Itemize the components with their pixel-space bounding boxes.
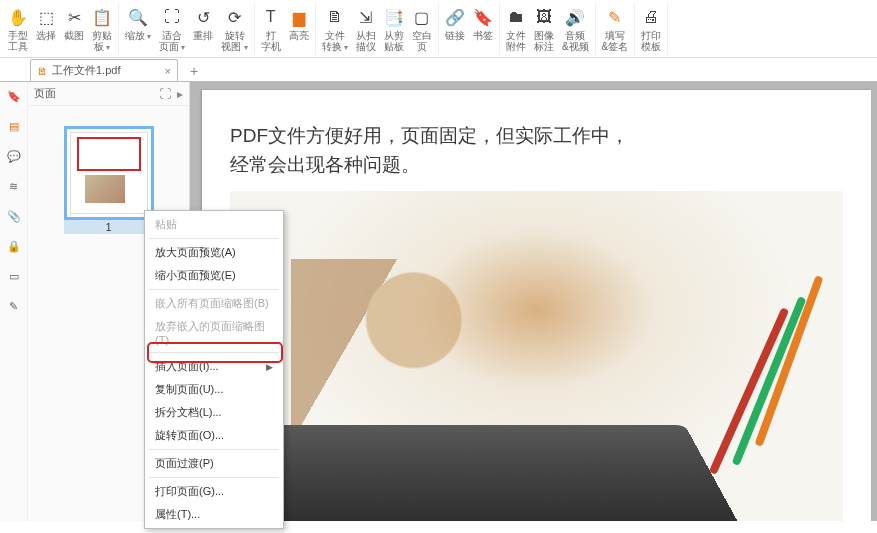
tool-0[interactable]: ✋手型 工具 xyxy=(4,4,32,55)
tool-20[interactable]: 🖨打印 模板 xyxy=(637,4,665,55)
security-icon[interactable]: 🔒 xyxy=(6,238,22,254)
doc-text: PDF文件方便好用，页面固定，但实际工作中， 经常会出现各种问题。 xyxy=(230,122,843,179)
tool-18[interactable]: 🔊音频 &视频 xyxy=(558,4,593,55)
collapse-icon[interactable]: ▸ xyxy=(177,87,183,101)
menu-copy-page[interactable]: 复制页面(U)... xyxy=(145,378,283,401)
tool-9-icon: ▆ xyxy=(293,6,305,28)
menu-paste: 粘贴 xyxy=(145,213,283,236)
tool-13-label: 空白 页 xyxy=(412,30,432,52)
tool-14[interactable]: 🔗链接 xyxy=(441,4,469,55)
tool-17-icon: 🖼 xyxy=(536,6,552,28)
tool-6-label: 重排 xyxy=(193,30,213,41)
menu-zoom-in[interactable]: 放大页面预览(A) xyxy=(145,241,283,264)
tab-document[interactable]: 🗎 工作文件1.pdf × xyxy=(30,59,178,81)
tool-16[interactable]: 🖿文件 附件 xyxy=(502,4,530,55)
menu-discard: 放弃嵌入的页面缩略图(T) xyxy=(145,315,283,350)
menu-split-doc[interactable]: 拆分文档(L)... xyxy=(145,401,283,424)
tool-7[interactable]: ⟳旋转 视图 ▾ xyxy=(217,4,251,55)
menu-print-page[interactable]: 打印页面(G)... xyxy=(145,480,283,503)
tool-7-label: 旋转 视图 ▾ xyxy=(221,30,247,53)
tool-16-label: 文件 附件 xyxy=(506,30,526,52)
main-toolbar: ✋手型 工具⬚选择✂截图📋剪贴 板 ▾🔍缩放 ▾⛶适合 页面 ▾↺重排⟳旋转 视… xyxy=(0,0,877,58)
menu-zoom-out[interactable]: 缩小页面预览(E) xyxy=(145,264,283,287)
tool-18-icon: 🔊 xyxy=(565,6,585,28)
menu-rotate-page[interactable]: 旋转页面(O)... xyxy=(145,424,283,447)
tool-13-icon: ▢ xyxy=(414,6,429,28)
form-icon[interactable]: ▭ xyxy=(6,268,22,284)
menu-embed-all: 嵌入所有页面缩略图(B) xyxy=(145,292,283,315)
tool-10[interactable]: 🗎文件 转换 ▾ xyxy=(318,4,352,55)
tool-5[interactable]: ⛶适合 页面 ▾ xyxy=(155,4,189,55)
tool-17[interactable]: 🖼图像 标注 xyxy=(530,4,558,55)
tool-20-label: 打印 模板 xyxy=(641,30,661,52)
close-icon[interactable]: × xyxy=(164,65,170,77)
tool-3-label: 剪贴 板 ▾ xyxy=(92,30,112,53)
expand-icon[interactable]: ⛶ xyxy=(159,87,171,101)
tool-12-icon: 📑 xyxy=(384,6,404,28)
panel-tools: ⛶ ▸ xyxy=(159,87,183,101)
new-tab-button[interactable]: + xyxy=(190,63,198,81)
tool-14-label: 链接 xyxy=(445,30,465,41)
tool-7-icon: ⟳ xyxy=(228,6,241,28)
tool-15-icon: 🔖 xyxy=(473,6,493,28)
tool-8-label: 打 字机 xyxy=(261,30,281,52)
tool-8[interactable]: T打 字机 xyxy=(257,4,285,55)
page: PDF文件方便好用，页面固定，但实际工作中， 经常会出现各种问题。 xyxy=(202,90,871,521)
document-viewport[interactable]: PDF文件方便好用，页面固定，但实际工作中， 经常会出现各种问题。 xyxy=(190,82,877,521)
tool-11[interactable]: ⇲从扫 描仪 xyxy=(352,4,380,55)
tool-15-label: 书签 xyxy=(473,30,493,41)
tool-5-label: 适合 页面 ▾ xyxy=(159,30,185,53)
tool-14-icon: 🔗 xyxy=(445,6,465,28)
comment-icon[interactable]: 💬 xyxy=(6,148,22,164)
tool-0-label: 手型 工具 xyxy=(8,30,28,52)
tool-19-label: 填写 &签名 xyxy=(602,30,629,52)
tool-9[interactable]: ▆高亮 xyxy=(285,4,313,55)
tool-16-icon: 🖿 xyxy=(508,6,524,28)
pdf-icon: 🗎 xyxy=(37,65,48,77)
tool-18-label: 音频 &视频 xyxy=(562,30,589,52)
tool-1[interactable]: ⬚选择 xyxy=(32,4,60,55)
tool-12-label: 从剪 贴板 xyxy=(384,30,404,52)
tool-13[interactable]: ▢空白 页 xyxy=(408,4,436,55)
tool-6-icon: ↺ xyxy=(197,6,210,28)
tool-3[interactable]: 📋剪贴 板 ▾ xyxy=(88,4,116,55)
tool-3-icon: 📋 xyxy=(92,6,112,28)
tool-2[interactable]: ✂截图 xyxy=(60,4,88,55)
layers-icon[interactable]: ≋ xyxy=(6,178,22,194)
tool-2-label: 截图 xyxy=(64,30,84,41)
context-menu: 粘贴 放大页面预览(A) 缩小页面预览(E) 嵌入所有页面缩略图(B) 放弃嵌入… xyxy=(144,210,284,529)
tool-19-icon: ✎ xyxy=(608,6,621,28)
tool-10-icon: 🗎 xyxy=(327,6,343,28)
menu-transition[interactable]: 页面过渡(P) xyxy=(145,452,283,475)
tool-1-label: 选择 xyxy=(36,30,56,41)
tool-2-icon: ✂ xyxy=(68,6,81,28)
panel-title: 页面 xyxy=(34,86,56,101)
page-thumbnail[interactable] xyxy=(64,126,154,220)
tool-5-icon: ⛶ xyxy=(164,6,180,28)
tool-15[interactable]: 🔖书签 xyxy=(469,4,497,55)
sidebar: 🔖 ▤ 💬 ≋ 📎 🔒 ▭ ✎ xyxy=(0,82,28,521)
attachment-icon[interactable]: 📎 xyxy=(6,208,22,224)
pages-icon[interactable]: ▤ xyxy=(6,118,22,134)
doc-image xyxy=(230,191,843,521)
tool-17-label: 图像 标注 xyxy=(534,30,554,52)
signature-icon[interactable]: ✎ xyxy=(6,298,22,314)
tool-1-icon: ⬚ xyxy=(39,6,54,28)
tool-0-icon: ✋ xyxy=(8,6,28,28)
menu-properties[interactable]: 属性(T)... xyxy=(145,503,283,526)
menu-insert-page[interactable]: 插入页面(I)...▶ xyxy=(145,355,283,378)
tool-19[interactable]: ✎填写 &签名 xyxy=(598,4,633,55)
tool-4[interactable]: 🔍缩放 ▾ xyxy=(121,4,155,55)
tool-4-label: 缩放 ▾ xyxy=(125,30,151,42)
tab-label: 工作文件1.pdf xyxy=(52,63,120,78)
tool-10-label: 文件 转换 ▾ xyxy=(322,30,348,53)
tool-4-icon: 🔍 xyxy=(128,6,148,28)
tool-6[interactable]: ↺重排 xyxy=(189,4,217,55)
tool-12[interactable]: 📑从剪 贴板 xyxy=(380,4,408,55)
tool-11-label: 从扫 描仪 xyxy=(356,30,376,52)
thumbnail-number: 1 xyxy=(64,220,154,234)
tool-8-icon: T xyxy=(266,6,276,28)
tool-20-icon: 🖨 xyxy=(643,6,659,28)
tool-11-icon: ⇲ xyxy=(359,6,372,28)
bookmark-icon[interactable]: 🔖 xyxy=(6,88,22,104)
